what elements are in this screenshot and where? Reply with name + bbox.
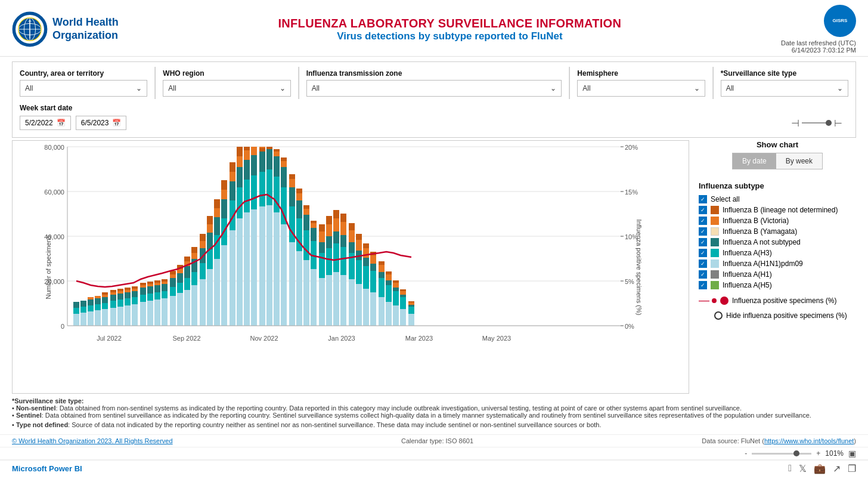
filter-hemisphere-select[interactable]: All ⌄ — [577, 80, 705, 97]
svg-rect-219 — [363, 289, 369, 326]
flunet-link[interactable]: https://www.who.int/tools/flunet — [764, 437, 854, 444]
date-start-input[interactable]: 5/2/2022 📅 — [20, 116, 71, 130]
legend-item-a-not-subtyped[interactable]: ✓ Influenza A not subtyped — [699, 238, 854, 246]
powerbi-link[interactable]: Microsoft Power BI — [12, 464, 82, 473]
svg-rect-188 — [311, 221, 317, 223]
calendar-type: Calendar type: ISO 8601 — [401, 437, 473, 444]
svg-rect-31 — [73, 302, 79, 308]
who-name-line1: World Health — [52, 16, 119, 29]
legend-checkbox-b-lineage[interactable]: ✓ — [699, 206, 707, 214]
svg-rect-57 — [117, 289, 123, 291]
legend-checkbox-a-h3[interactable]: ✓ — [699, 249, 707, 257]
legend-item-a-h3[interactable]: ✓ Influenza A(H3) — [699, 249, 854, 257]
filter-country-select[interactable]: All ⌄ — [20, 80, 147, 97]
legend-section: Influenza subtype ✓ Select all ✓ Influen… — [699, 181, 856, 322]
linkedin-icon[interactable]: 💼 — [814, 463, 826, 474]
svg-rect-50 — [110, 295, 116, 301]
twitter-icon[interactable]: 𝕏 — [799, 463, 807, 474]
svg-rect-122 — [214, 199, 220, 208]
legend-select-all[interactable]: ✓ Select all — [699, 195, 854, 203]
svg-rect-162 — [274, 152, 280, 156]
legend-item-a-h5[interactable]: ✓ Influenza A(H5) — [699, 281, 854, 289]
legend-item-a-h1[interactable]: ✓ Influenza A(H1) — [699, 270, 854, 279]
header: World Health Organization INFLUENZA LABO… — [0, 0, 868, 57]
filter-who-region-select[interactable]: All ⌄ — [163, 80, 290, 97]
svg-rect-175 — [296, 218, 302, 251]
legend-color-b-victoria — [711, 217, 719, 225]
expand-icon[interactable]: ❐ — [848, 463, 856, 474]
svg-rect-171 — [289, 187, 295, 206]
svg-rect-102 — [184, 257, 190, 261]
facebook-icon[interactable]:  — [788, 463, 792, 474]
who-emblem-icon — [12, 11, 48, 47]
legend-checkbox-a-h1[interactable]: ✓ — [699, 270, 707, 279]
fullscreen-icon[interactable]: ▣ — [848, 449, 856, 458]
zoom-handle[interactable] — [793, 450, 799, 456]
calendar-icon[interactable]: 📅 — [57, 119, 66, 127]
show-line-radio[interactable] — [720, 296, 728, 305]
date-range-slider[interactable]: ⊣ ⊢ — [131, 118, 848, 129]
date-end-value: 6/5/2023 — [81, 119, 109, 127]
legend-item-b-victoria[interactable]: ✓ Influenza B (Victoria) — [699, 217, 854, 225]
legend-checkbox-a-h5[interactable]: ✓ — [699, 281, 707, 289]
zoom-plus[interactable]: + — [816, 449, 820, 458]
legend-item-a-h1n1[interactable]: ✓ Influenza A(H1N1)pdm09 — [699, 260, 854, 268]
svg-rect-220 — [363, 266, 369, 289]
by-date-button[interactable]: By date — [733, 153, 776, 169]
calendar-icon[interactable]: 📅 — [112, 119, 121, 127]
legend-checkbox-a-h1n1[interactable]: ✓ — [699, 260, 707, 268]
y-axis-right-label: Influenza positive specimens (%) — [636, 219, 643, 315]
svg-rect-136 — [237, 156, 243, 167]
sentinel-text: : Data obtained from sentinel surveillan… — [42, 412, 811, 419]
svg-rect-76 — [147, 284, 153, 286]
hide-line-radio[interactable] — [714, 311, 723, 320]
svg-rect-83 — [162, 298, 168, 326]
svg-rect-91 — [170, 274, 176, 278]
svg-rect-221 — [363, 258, 369, 266]
legend-show-line-row[interactable]: — Influenza positive specimens (%) — [699, 294, 854, 307]
svg-rect-141 — [244, 150, 250, 160]
svg-rect-173 — [289, 174, 295, 179]
svg-rect-249 — [408, 314, 414, 326]
svg-rect-61 — [125, 290, 131, 292]
zoom-track[interactable] — [752, 453, 811, 455]
svg-rect-134 — [237, 187, 243, 218]
zoom-minus[interactable]: - — [745, 449, 747, 458]
svg-rect-62 — [125, 288, 131, 290]
legend-item-b-lineage[interactable]: ✓ Influenza B (lineage not determined) — [699, 206, 854, 214]
share-icon[interactable]: ↗ — [833, 463, 841, 474]
filter-country-label: Country, area or territory — [20, 69, 147, 78]
svg-rect-88 — [170, 296, 176, 326]
svg-rect-158 — [266, 147, 272, 149]
svg-text:Jan 2023: Jan 2023 — [328, 335, 355, 342]
svg-rect-145 — [251, 155, 257, 175]
svg-rect-208 — [340, 214, 346, 222]
filter-transmission-select[interactable]: All ⌄ — [306, 80, 562, 97]
svg-rect-203 — [333, 210, 339, 218]
svg-rect-72 — [140, 283, 146, 285]
svg-rect-252 — [408, 302, 414, 305]
copyright-link[interactable]: © World Health Organization 2023. All Ri… — [12, 437, 173, 444]
legend-checkbox-a-not-subtyped[interactable]: ✓ — [699, 238, 707, 246]
filter-country: Country, area or territory All ⌄ — [13, 67, 155, 99]
header-left: World Health Organization — [12, 11, 119, 47]
svg-rect-218 — [356, 234, 362, 240]
legend-hide-line-row[interactable]: Hide influenza positive specimens (%) — [699, 311, 854, 320]
svg-rect-32 — [80, 313, 86, 326]
svg-rect-30 — [73, 308, 79, 314]
by-week-button[interactable]: By week — [776, 153, 822, 169]
svg-text:20%: 20% — [625, 144, 638, 151]
select-all-checkbox[interactable]: ✓ — [699, 195, 707, 203]
date-end-input[interactable]: 6/5/2023 📅 — [76, 116, 127, 130]
legend-checkbox-b-victoria[interactable]: ✓ — [699, 217, 707, 225]
legend-item-b-yamagata[interactable]: ✓ Influenza B (Yamagata) — [699, 227, 854, 236]
legend-color-a-h1 — [711, 270, 719, 279]
svg-rect-247 — [400, 291, 406, 295]
svg-rect-199 — [333, 272, 339, 326]
chevron-down-icon: ⌄ — [694, 84, 700, 92]
date-refreshed-label: Date last refreshed (UTC) — [781, 39, 856, 47]
svg-text:Nov 2022: Nov 2022 — [250, 335, 278, 342]
svg-rect-183 — [303, 205, 309, 209]
legend-checkbox-b-yamagata[interactable]: ✓ — [699, 227, 707, 236]
filter-site-type-select[interactable]: All ⌄ — [721, 80, 848, 97]
